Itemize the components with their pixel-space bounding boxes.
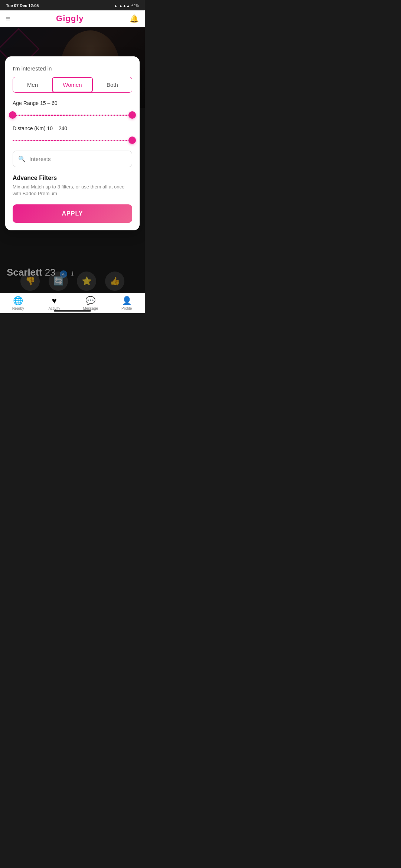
age-slider-max-handle[interactable] (128, 111, 136, 119)
bell-icon[interactable]: 🔔 (130, 14, 139, 23)
nav-profile-label: Profile (121, 306, 132, 310)
age-range-slider[interactable] (13, 111, 132, 119)
interested-in-label: I'm interested in (13, 65, 132, 72)
age-range-label: Age Range 15 – 60 (13, 100, 132, 106)
age-slider-track (13, 115, 132, 116)
distance-slider[interactable] (13, 136, 132, 145)
status-time: Tue 07 Dec 12:05 (6, 3, 39, 8)
activity-icon: ♥ (52, 296, 57, 306)
age-range-section: Age Range 15 – 60 (13, 100, 132, 119)
nav-nearby[interactable]: 🌐 Nearby (0, 296, 36, 310)
advance-filters-section: Advance Filters Mix and Match up to 3 fi… (13, 175, 132, 197)
distance-section: Distance (Km) 10 – 240 (13, 125, 132, 145)
nav-nearby-label: Nearby (12, 306, 24, 310)
distance-label: Distance (Km) 10 – 240 (13, 125, 132, 131)
filter-modal: I'm interested in Men Women Both Age Ran… (5, 56, 140, 230)
status-icons: ▲ ▲▲▲ 64% (114, 4, 139, 8)
advance-filters-desc: Mix and Match up to 3 filters, or use th… (13, 184, 132, 197)
app-title: Giggly (56, 14, 84, 23)
message-icon: 💬 (85, 296, 95, 306)
tab-both[interactable]: Both (93, 77, 132, 92)
signal-icon: ▲▲▲ (119, 4, 130, 8)
profile-icon: 👤 (122, 296, 132, 306)
nav-profile[interactable]: 👤 Profile (109, 296, 145, 310)
nearby-icon: 🌐 (13, 296, 23, 306)
distance-slider-track (13, 140, 132, 141)
tab-women[interactable]: Women (52, 77, 92, 92)
apply-button[interactable]: APPLY (13, 204, 132, 223)
status-bar: Tue 07 Dec 12:05 ▲ ▲▲▲ 64% (0, 0, 145, 10)
tab-men[interactable]: Men (13, 77, 52, 92)
battery-icon: 64% (131, 4, 139, 8)
gender-tabs: Men Women Both (13, 77, 132, 93)
interests-input[interactable] (29, 156, 127, 162)
search-icon: 🔍 (18, 155, 26, 162)
top-bar: ≡ Giggly 🔔 (0, 10, 145, 27)
interests-input-wrapper[interactable]: 🔍 (13, 151, 132, 167)
home-indicator (54, 310, 91, 312)
filter-icon[interactable]: ≡ (6, 14, 10, 23)
age-slider-min-handle[interactable] (9, 111, 16, 119)
advance-filters-title: Advance Filters (13, 175, 132, 181)
distance-slider-max-handle[interactable] (128, 137, 136, 144)
nav-activity[interactable]: ♥ Activity (36, 296, 73, 310)
nav-message[interactable]: 💬 Message (72, 296, 109, 310)
modal-overlay: I'm interested in Men Women Both Age Ran… (0, 27, 145, 313)
wifi-icon: ▲ (114, 4, 117, 8)
